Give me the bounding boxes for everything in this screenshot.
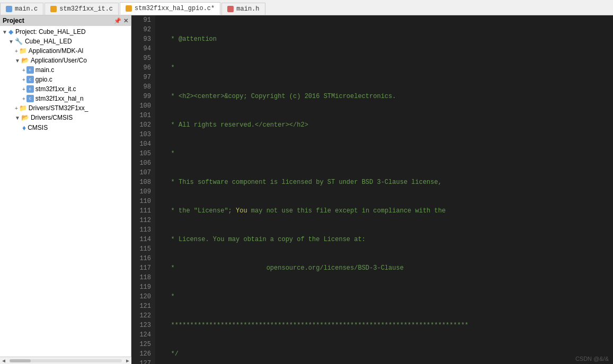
- expand-gpio-c: +: [22, 77, 25, 83]
- tree-label-root: Project: Cube_HAL_LED: [15, 28, 86, 35]
- expand-cube: ▼: [8, 39, 14, 45]
- ln-117: 117: [136, 263, 151, 273]
- code-text-97: * the "License"; You may not use this fi…: [159, 206, 446, 216]
- ln-111: 111: [136, 206, 151, 216]
- tab-label-main-h: main.h: [236, 5, 259, 13]
- tab-icon-main-h: [227, 6, 234, 12]
- code-text-101: ****************************************…: [159, 321, 468, 330]
- scroll-track[interactable]: [10, 359, 122, 362]
- tree-item-drivers-stm32[interactable]: + 📁 Drivers/STM32F1xx_: [0, 103, 131, 113]
- ln-101: 101: [136, 111, 151, 120]
- ln-96: 96: [136, 63, 151, 73]
- tab-stm32-hal-gpio[interactable]: stm32f1xx_hal_gpio.c*: [120, 2, 220, 15]
- scroll-arrow-right[interactable]: ▶: [124, 358, 131, 364]
- watermark: CSDN @&/&: [575, 356, 609, 362]
- code-text-93: * <h2><center>&copy; Copyright (c) 2016 …: [159, 92, 396, 101]
- ln-91: 91: [136, 15, 151, 25]
- ln-103: 103: [136, 130, 151, 139]
- tree-label-stm32-hal: stm32f1xx_hal_n: [35, 95, 84, 102]
- ln-124: 124: [136, 330, 151, 340]
- ln-119: 119: [136, 282, 151, 292]
- ln-114: 114: [136, 235, 151, 244]
- ln-126: 126: [136, 349, 151, 359]
- tab-label-stm32-it: stm32f1xx_it.c: [59, 5, 113, 13]
- code-line-92: *: [159, 63, 609, 73]
- expand-app-mdk: +: [15, 48, 18, 54]
- tree-item-app-user[interactable]: ▼ 📂 Application/User/Co: [0, 56, 131, 65]
- code-area: 91 92 93 94 95 96 97 98 99 100 101 102 1…: [131, 15, 613, 364]
- file-icon-main-c: c: [26, 66, 34, 74]
- tree-label-gpio-c: gpio.c: [35, 76, 52, 83]
- tree-item-main-c[interactable]: + c main.c: [0, 65, 131, 75]
- ln-123: 123: [136, 321, 151, 330]
- ln-104: 104: [136, 139, 151, 149]
- ln-122: 122: [136, 311, 151, 321]
- ln-100: 100: [136, 101, 151, 111]
- tree-item-root[interactable]: ▼ ◆ Project: Cube_HAL_LED: [0, 27, 131, 37]
- scroll-thumb: [10, 359, 31, 362]
- ln-98: 98: [136, 82, 151, 92]
- close-icon[interactable]: ✕: [123, 17, 128, 24]
- ln-106: 106: [136, 158, 151, 168]
- tab-icon-main-c: [6, 6, 12, 12]
- tree-label-cmsis: CMSIS: [28, 124, 48, 131]
- expand-main-c: +: [22, 67, 25, 73]
- code-text-91: * @attention: [159, 34, 217, 44]
- tree-label-cube: Cube_HAL_LED: [25, 38, 72, 45]
- code-line-96: * This software component is licensed by…: [159, 177, 609, 187]
- tree-label-drivers-cmsis: Drivers/CMSIS: [31, 114, 73, 121]
- tree-item-cube[interactable]: ▼ 🔧 Cube_HAL_LED: [0, 37, 131, 46]
- code-line-97: * the "License"; You may not use this fi…: [159, 206, 609, 216]
- tab-label-main-c: main.c: [15, 5, 38, 13]
- code-line-94: * All rights reserved.</center></h2>: [159, 120, 609, 130]
- scroll-arrow-left[interactable]: ◀: [0, 358, 7, 364]
- ln-113: 113: [136, 225, 151, 235]
- pin-icon[interactable]: 📌: [114, 17, 121, 24]
- code-text-96: * This software component is licensed by…: [159, 177, 442, 187]
- sidebar-scrollbar[interactable]: ◀ ▶: [0, 357, 131, 364]
- tree-item-stm32-hal[interactable]: + c stm32f1xx_hal_n: [0, 94, 131, 103]
- root-icon: ◆: [8, 28, 13, 35]
- tree-item-stm32-it[interactable]: + c stm32f1xx_it.c: [0, 84, 131, 94]
- ln-97: 97: [136, 73, 151, 82]
- ln-95: 95: [136, 54, 151, 63]
- tab-main-h[interactable]: main.h: [221, 3, 265, 15]
- sidebar: Project 📌 ✕ ▼ ◆ Project: Cube_HAL_LED ▼ …: [0, 15, 131, 364]
- tab-bar: main.c stm32f1xx_it.c stm32f1xx_hal_gpio…: [0, 0, 613, 15]
- sidebar-title: Project: [3, 17, 24, 24]
- ln-121: 121: [136, 301, 151, 311]
- code-line-102: */: [159, 349, 609, 359]
- tab-main-c[interactable]: main.c: [0, 3, 43, 15]
- code-text-99: * opensource.org/licenses/BSD-3-Clause: [159, 263, 404, 273]
- tab-icon-stm32-it: [50, 6, 57, 12]
- tab-icon-stm32-hal-gpio: [126, 5, 132, 12]
- tree-item-drivers-cmsis[interactable]: ▼ 📂 Drivers/CMSIS: [0, 113, 131, 122]
- expand-root: ▼: [2, 29, 7, 35]
- project-icon: 🔧: [15, 38, 23, 45]
- code-text-94: * All rights reserved.</center></h2>: [159, 120, 308, 130]
- folder-icon-app-user: 📂: [21, 57, 29, 64]
- sidebar-header: Project 📌 ✕: [0, 15, 131, 26]
- tree-item-app-mdk[interactable]: + 📁 Application/MDK-Al: [0, 46, 131, 56]
- tree-item-gpio-c[interactable]: + c gpio.c: [0, 75, 131, 84]
- ln-110: 110: [136, 197, 151, 206]
- file-icon-stm32-hal: c: [26, 95, 34, 102]
- code-text-95: *: [159, 149, 175, 158]
- ln-105: 105: [136, 149, 151, 158]
- code-line-95: *: [159, 149, 609, 158]
- ln-102: 102: [136, 120, 151, 130]
- folder-icon-drivers-stm32: 📁: [19, 104, 27, 112]
- expand-app-user: ▼: [15, 58, 20, 64]
- ln-127: 127: [136, 359, 151, 364]
- code-line-91: * @attention: [159, 34, 609, 44]
- expand-stm32-hal: +: [22, 96, 25, 102]
- code-editor[interactable]: 91 92 93 94 95 96 97 98 99 100 101 102 1…: [131, 15, 613, 364]
- tab-stm32-it[interactable]: stm32f1xx_it.c: [45, 3, 119, 15]
- ln-120: 120: [136, 292, 151, 301]
- tree-item-cmsis[interactable]: ♦ CMSIS: [0, 122, 131, 133]
- tab-label-stm32-hal-gpio: stm32f1xx_hal_gpio.c*: [135, 5, 215, 12]
- ln-94: 94: [136, 44, 151, 54]
- ln-109: 109: [136, 187, 151, 197]
- ln-108: 108: [136, 177, 151, 187]
- code-text-98: * License. You may obtain a copy of the …: [159, 235, 366, 244]
